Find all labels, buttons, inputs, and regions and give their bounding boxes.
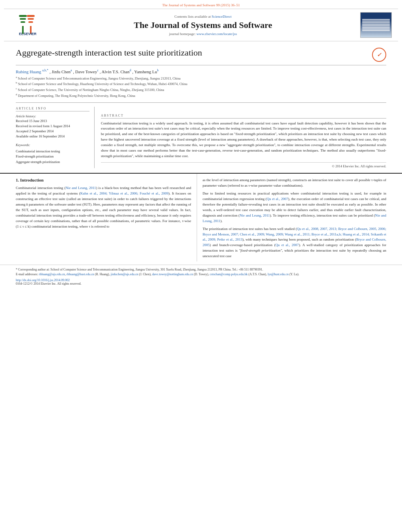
affiliations: a School of Computer Science and Telecom… xyxy=(16,76,386,98)
contents-available: Contents lists available at ScienceDirec… xyxy=(50,15,356,19)
affil-d: d Department of Computing, The Hong Kong… xyxy=(16,93,386,98)
author-sup-jinfu: a xyxy=(71,69,72,72)
svg-rect-3 xyxy=(19,15,27,17)
ref-nie-leung-2011b[interactable]: Nie and Leung, 2011 xyxy=(240,213,270,217)
authors-line: Rubing Huang a,b,* , Jinfu Chena , Dave … xyxy=(16,69,386,74)
article-info-abstract: ARTICLE INFO Article history: Received 1… xyxy=(16,102,386,169)
copyright-notice: © 2014 Elsevier Inc. All rights reserved… xyxy=(101,162,386,168)
email-jinfuchen[interactable]: jinfuchen@ujs.edu.cn xyxy=(111,272,138,276)
doi-section: http://dx.doi.org/10.1016/j.jss.2014.09.… xyxy=(0,277,402,285)
homepage-link[interactable]: www.elsevier.com/locate/jss xyxy=(197,32,237,36)
received-date: Received 15 June 2013 xyxy=(16,119,89,124)
author-sup-alvin: d xyxy=(130,69,131,72)
svg-rect-6 xyxy=(28,18,34,20)
svg-rect-5 xyxy=(28,21,33,23)
keyword-2: Fixed-strength prioritization xyxy=(16,154,89,159)
intro-paragraph-1: Combinatorial interaction testing (Nie a… xyxy=(16,185,191,230)
crossmark-icon: ✓ xyxy=(372,48,386,62)
journal-logo-box xyxy=(360,12,392,38)
section1-title: 1. Introduction xyxy=(16,178,191,182)
article-title-section: Aggregate-strength interaction test suit… xyxy=(16,48,386,65)
email-rbhuang-ujs[interactable]: rbhuang@ujs.edu.cn xyxy=(39,272,65,276)
keyword-1: Combinatorial interaction testing xyxy=(16,149,89,154)
footnotes-section: * Corresponding author at: School of Com… xyxy=(0,265,402,277)
crossmark-badge[interactable]: ✓ xyxy=(372,48,386,62)
journal-center: Contents lists available at ScienceDirec… xyxy=(50,13,356,37)
affil-b: b School of Computer Science and Technol… xyxy=(16,81,386,87)
ref-qu-2007b[interactable]: Qu et al., 2007 xyxy=(275,243,299,247)
journal-citation-link[interactable]: The Journal of Systems and Software 99 (… xyxy=(162,3,240,7)
keywords-block: Keywords: Combinatorial interaction test… xyxy=(16,143,89,165)
logo-lines-icon xyxy=(362,19,390,32)
accepted-date: Accepted 2 September 2014 xyxy=(16,129,89,134)
affil-c: c School of Computer Science, The Univer… xyxy=(16,87,386,93)
email-lys[interactable]: lys@hust.edu.cn xyxy=(268,272,288,276)
svg-text:ELSEVIER: ELSEVIER xyxy=(19,32,37,36)
ref-nie-leung-2011[interactable]: Nie and Leung, 2011 xyxy=(65,186,96,190)
keyword-3: Aggregate-strength prioritization xyxy=(16,159,89,165)
received-revised-date: Received in revised form 1 August 2014 xyxy=(16,124,89,129)
keywords-label: Keywords: xyxy=(16,143,89,148)
footnote-1: * Corresponding author at: School of Com… xyxy=(16,267,386,272)
ref-kuhn-2004[interactable]: Kuhn et al., 2004; Yilmaz et al., 2006; … xyxy=(80,191,169,195)
journal-citation: The Journal of Systems and Software 99 (… xyxy=(0,0,402,9)
abstract-text: Combinatorial interaction testing is a w… xyxy=(101,121,386,159)
author-sup-dave: c xyxy=(97,69,99,72)
journal-title: The Journal of Systems and Software xyxy=(50,20,356,30)
email-cstschan[interactable]: cstschan@comp.polyu.edu.hk xyxy=(210,272,248,276)
intro-paragraph-2: as the level of interaction among parame… xyxy=(203,178,386,189)
article-body: Aggregate-strength interaction test suit… xyxy=(0,41,402,168)
content-right-column: as the level of interaction among parame… xyxy=(197,174,386,261)
page: The Journal of Systems and Software 99 (… xyxy=(0,0,402,532)
abstract-label: ABSTRACT xyxy=(101,114,386,119)
author-sup-rubing: a,b,* xyxy=(42,69,48,72)
svg-rect-2 xyxy=(20,18,26,20)
ref-nie-leung-2011c[interactable]: Nie and Leung, 2011 xyxy=(203,213,386,223)
journal-logo-right xyxy=(356,12,392,38)
article-info-heading: ARTICLE INFO xyxy=(16,107,89,111)
article-info-column: ARTICLE INFO Article history: Received 1… xyxy=(16,107,95,169)
history-label: Article history: xyxy=(16,114,89,119)
sciencedirect-link[interactable]: ScienceDirect xyxy=(212,15,231,19)
article-title: Aggregate-strength interaction test suit… xyxy=(16,48,368,58)
affil-a: a School of Computer Science and Telecom… xyxy=(16,76,386,81)
email-dave-towey[interactable]: dave.towey@nottingham.edu.cn xyxy=(152,272,193,276)
content-left-column: 1. Introduction Combinatorial interactio… xyxy=(16,174,197,261)
svg-rect-7 xyxy=(27,15,35,17)
article-history: Article history: Received 15 June 2013 R… xyxy=(16,114,89,139)
email-rbhuang-hust[interactable]: rbhuang@hust.edu.cn xyxy=(67,272,94,276)
footnote-2: E-mail addresses: rbhuang@ujs.edu.cn, rb… xyxy=(16,272,386,277)
doi-link[interactable]: http://dx.doi.org/10.1016/j.jss.2014.09.… xyxy=(16,278,70,282)
ref-qu-2007[interactable]: Qu et al., 2007 xyxy=(267,197,288,201)
available-date: Available online 16 September 2014 xyxy=(16,134,89,139)
journal-homepage: journal homepage: www.elsevier.com/locat… xyxy=(50,32,356,36)
main-content: 1. Introduction Combinatorial interactio… xyxy=(0,173,402,261)
issn-copyright: 0164-1212/© 2014 Elsevier Inc. All right… xyxy=(16,282,82,285)
abstract-column: ARTICLE INFO ABSTRACT Combinatorial inte… xyxy=(101,107,386,169)
elsevier-logo: ELSEVIER xyxy=(10,14,50,36)
elsevier-tree-icon: ELSEVIER xyxy=(18,14,42,36)
author-sup-yansheng: b xyxy=(157,69,158,72)
author-rubing-huang[interactable]: Rubing Huang xyxy=(16,69,42,74)
svg-rect-1 xyxy=(20,21,25,23)
journal-header: ELSEVIER Contents lists available at Sci… xyxy=(4,9,398,41)
intro-paragraph-4: The prioritization of interaction test s… xyxy=(203,226,386,260)
intro-paragraph-3: Due to limited testing resources in prac… xyxy=(203,191,386,224)
